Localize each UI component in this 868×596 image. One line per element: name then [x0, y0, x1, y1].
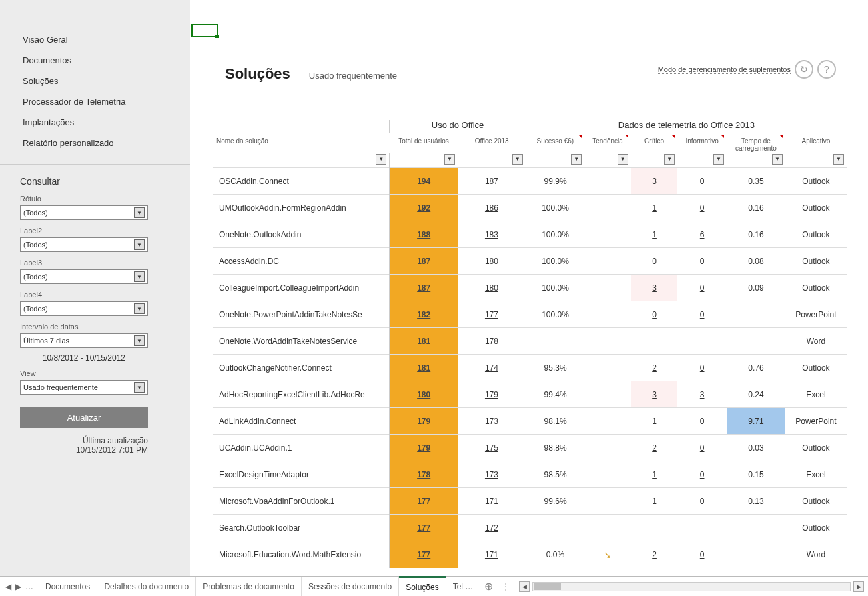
cell-critical[interactable]: 1: [631, 221, 678, 248]
sheet-tab-solu-es[interactable]: Soluções: [399, 577, 446, 596]
cell-total-users[interactable]: 177: [390, 541, 458, 568]
cell-info[interactable]: 0: [677, 248, 727, 275]
sheet-tab-detalhes-do-documento[interactable]: Detalhes do documento: [97, 577, 196, 596]
cell-total-users[interactable]: 192: [390, 195, 458, 221]
cell-info[interactable]: 0: [677, 355, 727, 381]
filter-dropdown[interactable]: ▼: [376, 154, 386, 165]
table-row: OneNote.WordAddinTakeNotesService181178W…: [213, 328, 847, 355]
cell-total-users[interactable]: 187: [390, 248, 458, 275]
cell-info[interactable]: 0: [677, 195, 727, 221]
cell-critical[interactable]: 3: [631, 381, 678, 408]
refresh-icon[interactable]: ↻: [795, 60, 813, 79]
cell-info: [677, 515, 727, 541]
filter-dropdown[interactable]: ▼: [664, 154, 675, 165]
cell-critical[interactable]: 0: [631, 301, 678, 328]
cell-info[interactable]: 0: [677, 541, 727, 568]
cell-info[interactable]: 0: [677, 301, 727, 328]
filter-dropdown[interactable]: ▼: [713, 154, 724, 165]
cell-info[interactable]: 0: [677, 168, 727, 195]
cell-total-users[interactable]: 179: [390, 435, 458, 461]
cell-info[interactable]: 0: [677, 488, 727, 515]
nav-item-0[interactable]: Visão Geral: [20, 29, 170, 50]
cell-total-users[interactable]: 177: [390, 515, 458, 541]
cell-critical[interactable]: 1: [631, 408, 678, 435]
filter-select-1[interactable]: (Todos)▼: [20, 237, 148, 252]
cell-office2013[interactable]: 175: [458, 435, 526, 461]
cell-office2013[interactable]: 174: [458, 355, 526, 381]
cell-office2013[interactable]: 187: [458, 168, 526, 195]
nav-item-1[interactable]: Documentos: [20, 50, 170, 71]
cell-total-users[interactable]: 194: [390, 168, 458, 195]
sheet-nav-next-icon[interactable]: ▶: [15, 582, 21, 591]
cell-office2013[interactable]: 173: [458, 408, 526, 435]
horizontal-scrollbar[interactable]: ◀ ▶: [515, 581, 868, 592]
filter-select-0[interactable]: (Todos)▼: [20, 205, 148, 220]
cell-critical[interactable]: 1: [631, 461, 678, 488]
cell-info[interactable]: 3: [677, 381, 727, 408]
cell-critical[interactable]: 2: [631, 435, 678, 461]
cell-office2013[interactable]: 173: [458, 461, 526, 488]
cell-total-users[interactable]: 181: [390, 328, 458, 355]
cell-critical[interactable]: 2: [631, 355, 678, 381]
cell-total-users[interactable]: 181: [390, 355, 458, 381]
cell-office2013[interactable]: 178: [458, 328, 526, 355]
h-scroll-thumb[interactable]: [534, 583, 561, 590]
cell-critical[interactable]: 0: [631, 248, 678, 275]
cell-info[interactable]: 0: [677, 275, 727, 301]
cell-info[interactable]: 6: [677, 221, 727, 248]
nav-item-5[interactable]: Relatório personalizado: [20, 133, 170, 153]
cell-total-users[interactable]: 187: [390, 275, 458, 301]
nav-item-4[interactable]: Implantações: [20, 112, 170, 133]
help-icon[interactable]: ?: [817, 60, 836, 79]
filter-dropdown[interactable]: ▼: [571, 154, 582, 165]
filter-select-4[interactable]: Últimos 7 dias▼: [20, 333, 148, 348]
cell-critical[interactable]: 1: [631, 195, 678, 221]
cell-critical[interactable]: 1: [631, 488, 678, 515]
cell-office2013[interactable]: 172: [458, 515, 526, 541]
cell-total-users[interactable]: 179: [390, 408, 458, 435]
cell-critical[interactable]: 3: [631, 168, 678, 195]
cell-total-users[interactable]: 180: [390, 381, 458, 408]
filter-select-3[interactable]: (Todos)▼: [20, 301, 148, 316]
cell-office2013[interactable]: 186: [458, 195, 526, 221]
cell-total-users[interactable]: 188: [390, 221, 458, 248]
nav-item-2[interactable]: Soluções: [20, 71, 170, 91]
filter-dropdown[interactable]: ▼: [772, 154, 783, 165]
cell-app: Outlook: [785, 195, 847, 221]
cell-total-users[interactable]: 178: [390, 461, 458, 488]
cell-office2013[interactable]: 179: [458, 381, 526, 408]
nav-item-3[interactable]: Processador de Telemetria: [20, 91, 170, 112]
cell-total-users[interactable]: 177: [390, 488, 458, 515]
cell-office2013[interactable]: 183: [458, 221, 526, 248]
filter-dropdown[interactable]: ▼: [512, 154, 523, 165]
scroll-right-icon[interactable]: ▶: [853, 581, 864, 592]
sheet-tab-documentos[interactable]: Documentos: [39, 577, 97, 596]
view-select[interactable]: Usado frequentemente ▼: [20, 380, 148, 395]
sheet-nav[interactable]: ◀ ▶ …: [0, 582, 39, 591]
cell-info[interactable]: 0: [677, 461, 727, 488]
sheet-nav-more[interactable]: …: [25, 582, 33, 591]
cell-critical[interactable]: 2: [631, 541, 678, 568]
cell-office2013[interactable]: 171: [458, 541, 526, 568]
cell-office2013[interactable]: 177: [458, 301, 526, 328]
filter-dropdown[interactable]: ▼: [618, 154, 628, 165]
update-button[interactable]: Atualizar: [20, 407, 148, 428]
filter-dropdown[interactable]: ▼: [833, 154, 844, 165]
filter-dropdown[interactable]: ▼: [444, 154, 455, 165]
cell-info[interactable]: 0: [677, 408, 727, 435]
cell-trend: [584, 461, 631, 488]
cell-office2013[interactable]: 171: [458, 488, 526, 515]
cell-total-users[interactable]: 182: [390, 301, 458, 328]
sheet-tab-tel-[interactable]: Tel …: [446, 577, 481, 596]
management-mode-link[interactable]: Modo de gerenciamento de suplementos: [658, 65, 791, 74]
filter-select-2[interactable]: (Todos)▼: [20, 269, 148, 284]
cell-critical[interactable]: 3: [631, 275, 678, 301]
cell-info[interactable]: 0: [677, 435, 727, 461]
new-sheet-button[interactable]: ⊕: [480, 580, 496, 593]
cell-office2013[interactable]: 180: [458, 248, 526, 275]
scroll-left-icon[interactable]: ◀: [519, 581, 530, 592]
sheet-tab-sess-es-de-documento[interactable]: Sessões de documento: [302, 577, 399, 596]
sheet-nav-prev-icon[interactable]: ◀: [5, 582, 11, 591]
sheet-tab-problemas-de-documento[interactable]: Problemas de documento: [196, 577, 302, 596]
cell-office2013[interactable]: 180: [458, 275, 526, 301]
